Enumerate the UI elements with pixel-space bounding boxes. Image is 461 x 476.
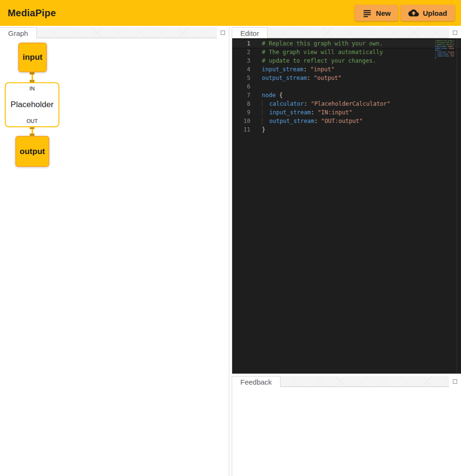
line-number: 8 — [232, 100, 250, 108]
node-input[interactable]: input — [18, 43, 47, 72]
tab-editor-label: Editor — [240, 29, 259, 37]
line-number: 7 — [232, 91, 250, 100]
line-number: 5 — [232, 74, 250, 82]
line-number: 6 — [232, 82, 250, 91]
tab-graph[interactable]: Graph — [0, 27, 37, 38]
minimap[interactable]: # Replace this graph with your own.# The… — [435, 40, 454, 97]
line-number: 9 — [232, 108, 250, 117]
editor-scrollbar[interactable] — [457, 38, 461, 374]
code-line: 11} — [232, 125, 461, 134]
graph-canvas[interactable]: input IN Placeholder OUT output — [0, 38, 229, 476]
code-line: 1# Replace this graph with your own. — [232, 39, 461, 48]
upload-button-label: Upload — [423, 9, 447, 17]
tab-feedback-label: Feedback — [240, 378, 272, 386]
editor-strip-pattern — [268, 27, 449, 38]
code-line: 6 — [232, 82, 461, 91]
tab-editor[interactable]: Editor — [232, 27, 268, 38]
code-line: 9 input_stream: "IN:input" — [232, 108, 461, 117]
code-line: 5output_stream: "output" — [232, 74, 461, 82]
code-lines: 1# Replace this graph with your own.2# T… — [232, 39, 461, 134]
upload-button[interactable]: Upload — [401, 5, 455, 21]
menu-lines-icon — [362, 8, 372, 18]
graph-strip-pattern — [37, 27, 217, 38]
node-output-label: output — [20, 147, 45, 156]
code-line: 7node { — [232, 91, 461, 100]
code-line: 10 output_stream: "OUT:output" — [232, 117, 461, 125]
tab-graph-label: Graph — [8, 29, 28, 37]
line-number: 1 — [232, 39, 250, 48]
code-editor[interactable]: 1# Replace this graph with your own.2# T… — [232, 38, 461, 374]
maximize-icon[interactable] — [221, 31, 225, 35]
code-line: 8 calculator: "PlaceholderCalculator" — [232, 100, 461, 108]
minimap-line: output_stream: "OUT:output" — [435, 55, 454, 57]
line-number: 11 — [232, 125, 250, 134]
node-input-label: input — [22, 53, 43, 62]
graph-strip-cap — [217, 27, 229, 38]
code-line: 2# The graph view will automatically — [232, 48, 461, 56]
graph-panel-strip: Graph — [0, 27, 229, 38]
minimap-line: } — [435, 57, 454, 59]
cloud-upload-icon — [408, 8, 419, 18]
feedback-panel: Feedback — [232, 376, 461, 476]
node-placeholder[interactable]: IN Placeholder OUT — [5, 82, 59, 127]
feedback-strip-cap — [449, 376, 461, 387]
new-button-label: New — [376, 9, 391, 17]
line-number: 2 — [232, 48, 250, 56]
editor-strip-cap — [449, 27, 461, 38]
app-title: MediaPipe — [8, 8, 56, 19]
code-line: 3# update to reflect your changes. — [232, 56, 461, 65]
app-header: MediaPipe New Upload — [0, 0, 461, 26]
code-line: 4input_stream: "input" — [232, 65, 461, 74]
node-output[interactable]: output — [15, 136, 49, 167]
placeholder-title: Placeholder — [11, 100, 54, 110]
editor-panel: Editor 1# Replace this graph with your o… — [232, 27, 461, 374]
line-number: 3 — [232, 56, 250, 65]
tab-feedback[interactable]: Feedback — [232, 376, 281, 387]
feedback-content — [232, 387, 461, 476]
editor-panel-strip: Editor — [232, 27, 461, 38]
line-number: 4 — [232, 65, 250, 74]
graph-panel: Graph input IN Placeholder OUT output — [0, 27, 229, 476]
placeholder-in-label: IN — [30, 86, 35, 91]
maximize-icon[interactable] — [453, 31, 457, 35]
feedback-panel-strip: Feedback — [232, 376, 461, 387]
new-button[interactable]: New — [355, 5, 398, 21]
line-number: 10 — [232, 117, 250, 125]
placeholder-out-label: OUT — [26, 118, 37, 124]
maximize-icon[interactable] — [453, 379, 457, 384]
feedback-strip-pattern — [281, 376, 449, 387]
right-column: Editor 1# Replace this graph with your o… — [232, 27, 461, 476]
